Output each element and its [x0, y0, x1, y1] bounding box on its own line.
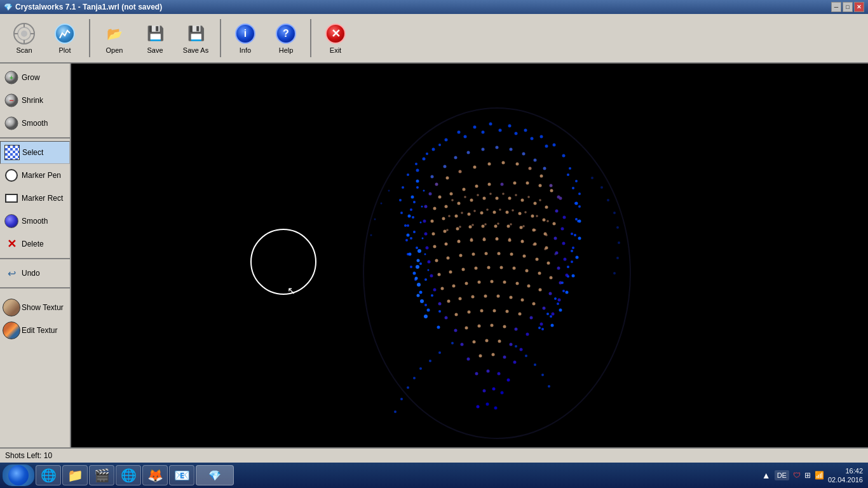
- svg-point-148: [475, 267, 478, 270]
- svg-point-167: [558, 299, 561, 302]
- svg-point-139: [523, 255, 526, 258]
- plot-button[interactable]: Plot: [46, 17, 84, 60]
- taskbar-app-media[interactable]: 🎬: [89, 465, 114, 485]
- svg-point-142: [557, 267, 560, 270]
- sidebar-item-grow[interactable]: + Grow: [0, 66, 70, 89]
- svg-point-29: [515, 132, 518, 135]
- svg-point-50: [510, 148, 513, 151]
- sidebar-item-select[interactable]: Select: [0, 141, 70, 164]
- svg-point-103: [553, 222, 556, 226]
- save-as-icon: 💾: [184, 22, 207, 45]
- svg-point-91: [563, 216, 566, 219]
- svg-point-61: [502, 161, 505, 165]
- taskbar-system-tray: ▲ DE 🛡 ⊞ 📶 16:42 02.04.2016: [762, 466, 865, 485]
- taskbar: 🌐 📁 🎬 🌐 🦊 📧 💎 ▲ DE 🛡 ⊞ 📶 16:42 02.04.201…: [0, 463, 868, 488]
- taskbar-app-browser2[interactable]: 🌐: [116, 465, 141, 485]
- svg-point-285: [416, 186, 419, 189]
- maximize-button[interactable]: □: [843, 2, 853, 12]
- svg-point-330: [415, 277, 418, 280]
- sidebar-item-undo[interactable]: ↩ Undo: [0, 262, 70, 285]
- help-button[interactable]: ? Help: [267, 17, 305, 60]
- svg-point-94: [442, 217, 445, 220]
- taskbar-app-firefox[interactable]: 🦊: [142, 465, 168, 485]
- info-button[interactable]: i Info: [226, 17, 264, 60]
- close-button[interactable]: ✕: [854, 2, 864, 12]
- sidebar-item-show-texture[interactable]: Show Textur: [0, 296, 70, 319]
- save-as-button[interactable]: 💾 Save As: [177, 17, 215, 60]
- titlebar-controls[interactable]: ─ □ ✕: [831, 2, 864, 12]
- svg-point-195: [461, 343, 464, 346]
- toolbar-separator-3: [310, 19, 311, 57]
- svg-point-16: [473, 126, 477, 129]
- exit-button[interactable]: ✕ Exit: [316, 17, 355, 60]
- delete-label: Delete: [22, 240, 44, 248]
- svg-point-320: [525, 355, 527, 357]
- svg-point-326: [417, 283, 421, 287]
- sidebar-item-marker-rect[interactable]: Marker Rect: [0, 187, 70, 210]
- svg-point-325: [416, 265, 419, 269]
- svg-point-69: [450, 193, 453, 196]
- minimize-button[interactable]: ─: [831, 2, 841, 12]
- svg-point-65: [550, 184, 553, 187]
- svg-point-317: [400, 398, 403, 400]
- svg-point-95: [455, 215, 458, 218]
- svg-point-236: [409, 253, 412, 256]
- taskbar-app-crystalworks[interactable]: 💎: [196, 465, 234, 485]
- canvas-area[interactable]: ↖: [71, 64, 868, 447]
- sidebar-item-smooth-top[interactable]: Smooth: [0, 112, 70, 135]
- svg-point-247: [559, 309, 562, 312]
- svg-point-305: [571, 250, 573, 252]
- save-button[interactable]: 💾 Save: [136, 17, 174, 60]
- svg-point-22: [562, 154, 566, 158]
- svg-point-111: [494, 225, 498, 228]
- sidebar-item-shrink[interactable]: − Shrink: [0, 89, 70, 112]
- svg-point-79: [424, 205, 428, 208]
- sidebar-item-edit-texture[interactable]: Edit Textur: [0, 319, 70, 342]
- svg-point-119: [433, 245, 437, 248]
- svg-point-86: [508, 197, 512, 200]
- svg-point-301: [572, 187, 574, 189]
- svg-point-71: [475, 185, 478, 188]
- start-button[interactable]: [3, 464, 34, 486]
- svg-point-266: [446, 229, 449, 231]
- svg-point-331: [417, 294, 420, 297]
- svg-point-49: [496, 146, 499, 149]
- svg-point-204: [503, 356, 506, 359]
- save-icon: 💾: [144, 22, 166, 45]
- svg-point-297: [422, 238, 424, 240]
- svg-point-112: [507, 225, 510, 228]
- svg-point-56: [435, 183, 438, 186]
- svg-point-202: [479, 355, 482, 358]
- svg-point-253: [502, 193, 505, 195]
- svg-point-198: [498, 340, 501, 343]
- svg-point-87: [521, 199, 524, 202]
- svg-point-318: [394, 410, 397, 413]
- svg-rect-12: [71, 64, 868, 447]
- svg-point-20: [540, 135, 543, 139]
- svg-point-25: [416, 169, 419, 172]
- svg-point-134: [459, 254, 463, 257]
- scan-button[interactable]: Scan: [5, 17, 43, 60]
- delete-icon: ✕: [4, 236, 19, 252]
- svg-point-76: [539, 184, 542, 187]
- svg-point-181: [468, 311, 471, 314]
- sidebar-item-marker-pen[interactable]: Marker Pen: [0, 164, 70, 187]
- open-button[interactable]: 📂 Open: [95, 17, 133, 60]
- sidebar-item-delete[interactable]: ✕ Delete: [0, 233, 70, 255]
- svg-point-240: [437, 326, 440, 329]
- taskbar-app-explorer[interactable]: 📁: [62, 465, 88, 485]
- svg-point-231: [541, 328, 544, 330]
- svg-point-160: [478, 281, 481, 284]
- svg-point-141: [547, 262, 550, 265]
- svg-point-274: [545, 234, 548, 236]
- svg-point-188: [454, 329, 458, 332]
- svg-point-328: [424, 315, 428, 318]
- taskbar-app-ie[interactable]: 🌐: [36, 465, 61, 485]
- sidebar-item-smooth-delete-smooth[interactable]: Smooth: [0, 210, 70, 233]
- taskbar-app-email[interactable]: 📧: [169, 465, 194, 485]
- svg-point-108: [456, 227, 459, 231]
- svg-point-156: [433, 288, 437, 292]
- svg-point-48: [482, 148, 485, 151]
- svg-point-183: [493, 309, 496, 313]
- marker-rect-label: Marker Rect: [22, 194, 63, 203]
